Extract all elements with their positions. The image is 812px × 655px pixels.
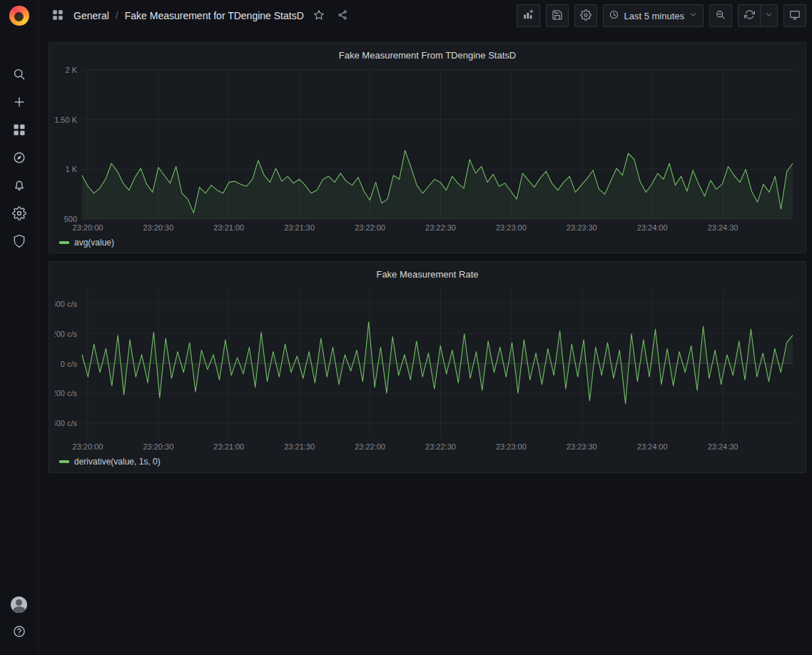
time-range-label: Last 5 minutes — [624, 11, 684, 21]
compass-icon — [12, 151, 26, 167]
shield-icon — [12, 234, 26, 250]
add-panel-button[interactable] — [517, 4, 540, 27]
star-icon — [313, 9, 325, 23]
breadcrumb-dashboard-title[interactable]: Fake Measurement for TDengine StatsD — [125, 10, 304, 21]
x-axis-tick-label: 23:22:30 — [425, 442, 456, 451]
zoom-out-icon — [715, 9, 726, 23]
x-axis-tick-label: 23:21:30 — [284, 223, 315, 232]
y-axis-tick-label: 400 c/s — [55, 300, 77, 308]
panel-fake-measurement-rate: Fake Measurement Rate 400 c/s200 c/s0 c/… — [49, 261, 806, 473]
series-area-fill — [82, 151, 793, 219]
bell-icon — [12, 178, 26, 195]
save-dashboard-button[interactable] — [546, 4, 569, 27]
topbar: General / Fake Measurement for TDengine … — [39, 0, 812, 31]
refresh-group — [738, 4, 778, 27]
search-icon — [12, 67, 26, 83]
monitor-icon — [789, 9, 801, 23]
refresh-icon — [744, 9, 755, 22]
settings-gear-icon — [580, 9, 592, 23]
sidebar — [0, 0, 39, 655]
timeseries-chart[interactable]: 2 K1.50 K1 K50023:20:0023:20:3023:21:002… — [55, 64, 800, 235]
breadcrumb: General / Fake Measurement for TDengine … — [49, 6, 517, 26]
cycle-view-mode-button[interactable] — [783, 4, 806, 27]
sidebar-item-user-profile[interactable] — [4, 591, 35, 619]
sidebar-item-server-admin[interactable] — [4, 228, 35, 256]
zoom-out-button[interactable] — [709, 4, 732, 27]
apps-icon — [51, 9, 64, 24]
x-axis-tick-label: 23:22:00 — [355, 223, 385, 232]
sidebar-item-alerting[interactable] — [4, 173, 35, 200]
y-axis-tick-label: 500 — [64, 215, 77, 223]
sidebar-item-help[interactable] — [4, 619, 35, 646]
sidebar-item-create[interactable] — [4, 89, 35, 117]
add-panel-icon — [522, 9, 534, 23]
x-axis-tick-label: 23:20:30 — [143, 442, 173, 451]
chevron-down-icon — [764, 10, 773, 21]
refresh-button[interactable] — [738, 4, 761, 27]
dashboard-settings-button[interactable] — [574, 4, 597, 27]
legend-swatch — [59, 241, 69, 244]
x-axis-tick-label: 23:20:30 — [143, 223, 173, 232]
x-axis-tick-label: 23:21:00 — [213, 442, 244, 451]
legend-label: avg(value) — [74, 238, 114, 248]
time-range-picker[interactable]: Last 5 minutes — [603, 4, 704, 27]
y-axis-tick-label: 0 c/s — [61, 360, 78, 368]
grafana-logo[interactable] — [0, 0, 39, 31]
x-axis-tick-label: 23:24:30 — [708, 442, 739, 451]
x-axis-tick-label: 23:20:00 — [73, 223, 103, 232]
x-axis-tick-label: 23:21:00 — [213, 223, 244, 232]
series-area-fill — [82, 322, 793, 404]
y-axis-tick-label: 1 K — [65, 165, 77, 173]
apps-icon — [12, 123, 26, 139]
dashboard-grid-button[interactable] — [49, 6, 67, 26]
grafana-app: General / Fake Measurement for TDengine … — [0, 0, 812, 655]
panel-fake-measurement: Fake Measurement From TDengine StatsD 2 … — [49, 42, 806, 253]
panel-title[interactable]: Fake Measurement From TDengine StatsD — [55, 47, 800, 64]
x-axis-tick-label: 23:23:00 — [496, 442, 527, 451]
x-axis-tick-label: 23:22:30 — [425, 223, 456, 232]
legend-label: derivative(value, 1s, 0) — [74, 457, 161, 467]
panel-title[interactable]: Fake Measurement Rate — [55, 266, 800, 283]
plus-icon — [12, 95, 26, 111]
question-circle-icon — [12, 624, 26, 641]
clock-icon — [609, 9, 619, 22]
save-icon — [552, 9, 563, 23]
avatar-icon — [11, 596, 27, 613]
y-axis-tick-label: -400 c/s — [55, 419, 77, 427]
sidebar-item-explore[interactable] — [4, 145, 35, 173]
y-axis-tick-label: 1.50 K — [55, 116, 78, 124]
refresh-interval-caret-button[interactable] — [761, 4, 778, 27]
grafana-logo-icon — [9, 6, 29, 26]
sidebar-item-dashboards[interactable] — [4, 117, 35, 145]
gear-icon — [12, 206, 26, 223]
share-icon — [337, 9, 348, 23]
sidebar-item-configuration[interactable] — [4, 200, 35, 228]
main-area: General / Fake Measurement for TDengine … — [39, 0, 812, 655]
legend-swatch — [59, 460, 69, 463]
legend-item[interactable]: avg(value) — [55, 235, 800, 250]
x-axis-tick-label: 23:23:00 — [496, 223, 527, 232]
y-axis-tick-label: 2 K — [65, 66, 77, 74]
x-axis-tick-label: 23:24:00 — [637, 223, 668, 232]
sidebar-item-search[interactable] — [4, 61, 35, 89]
breadcrumb-folder[interactable]: General — [73, 10, 109, 21]
dashboard-canvas: Fake Measurement From TDengine StatsD 2 … — [39, 31, 812, 655]
x-axis-tick-label: 23:24:00 — [637, 442, 668, 451]
legend-item[interactable]: derivative(value, 1s, 0) — [55, 455, 800, 469]
chevron-down-icon — [689, 10, 698, 21]
x-axis-tick-label: 23:23:30 — [567, 442, 597, 451]
timeseries-chart[interactable]: 400 c/s200 c/s0 c/s-200 c/s-400 c/s23:20… — [55, 283, 800, 455]
x-axis-tick-label: 23:22:00 — [355, 442, 385, 451]
y-axis-tick-label: 200 c/s — [55, 330, 77, 338]
topbar-actions: Last 5 minutes — [517, 4, 806, 27]
x-axis-tick-label: 23:24:30 — [708, 223, 739, 232]
star-dashboard-button[interactable] — [310, 6, 328, 26]
breadcrumb-separator: / — [116, 10, 118, 21]
share-dashboard-button[interactable] — [334, 6, 351, 26]
x-axis-tick-label: 23:23:30 — [567, 223, 597, 232]
y-axis-tick-label: -200 c/s — [55, 389, 77, 397]
x-axis-tick-label: 23:20:00 — [73, 442, 103, 451]
x-axis-tick-label: 23:21:30 — [284, 442, 315, 451]
